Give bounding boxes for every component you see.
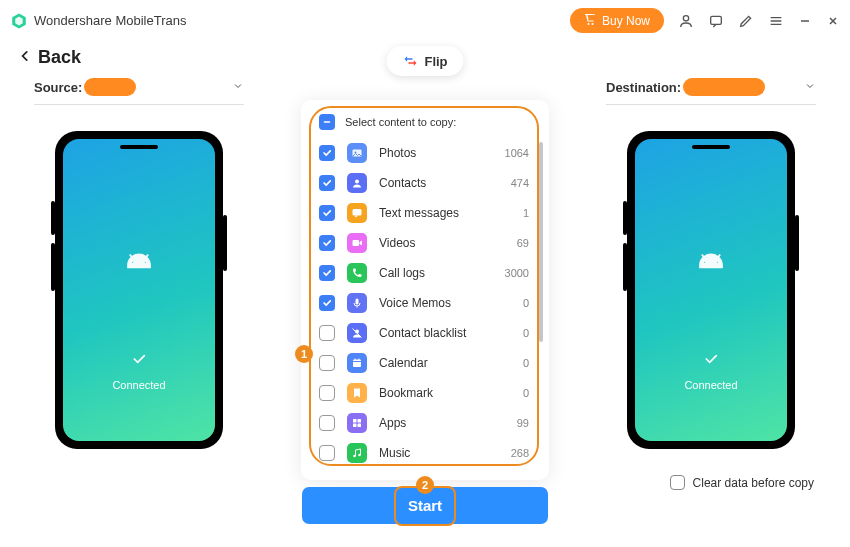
flip-icon: [402, 53, 418, 69]
content-label: Apps: [379, 416, 505, 430]
source-phone-mockup: Connected: [55, 131, 223, 449]
checkbox[interactable]: [319, 295, 335, 311]
check-icon: [131, 351, 147, 371]
content-row-calendar[interactable]: Calendar0: [317, 348, 539, 378]
svg-rect-9: [353, 360, 361, 368]
content-count: 0: [523, 387, 529, 399]
checkbox[interactable]: [319, 415, 335, 431]
main: Flip Source: Connected: [0, 78, 850, 490]
content-label: Text messages: [379, 206, 511, 220]
content-count: 69: [517, 237, 529, 249]
title-right: Buy Now: [570, 8, 840, 33]
content-row-calllogs[interactable]: Call logs3000: [317, 258, 539, 288]
menu-icon[interactable]: [768, 13, 784, 29]
contacts-icon: [347, 173, 367, 193]
source-device-name-redacted: [84, 78, 136, 96]
content-row-bookmark[interactable]: Bookmark0: [317, 378, 539, 408]
select-all-label: Select content to copy:: [345, 116, 456, 128]
videos-icon: [347, 233, 367, 253]
back-label: Back: [38, 47, 81, 68]
checkbox[interactable]: [319, 145, 335, 161]
svg-rect-12: [353, 424, 357, 428]
svg-rect-7: [356, 299, 359, 305]
source-device-selector[interactable]: Source:: [34, 78, 244, 105]
chevron-down-icon: [232, 80, 244, 95]
content-row-music[interactable]: Music268: [317, 438, 539, 468]
check-icon: [703, 351, 719, 371]
svg-rect-10: [353, 419, 357, 423]
checkbox[interactable]: [319, 325, 335, 341]
checkbox[interactable]: [319, 265, 335, 281]
svg-rect-6: [353, 240, 360, 246]
calllogs-icon: [347, 263, 367, 283]
apps-icon: [347, 413, 367, 433]
svg-rect-5: [353, 209, 362, 216]
bookmark-icon: [347, 383, 367, 403]
content-row-contacts[interactable]: Contacts474: [317, 168, 539, 198]
cart-icon: [584, 13, 596, 28]
source-panel: Source: Connected: [22, 78, 256, 480]
content-label: Photos: [379, 146, 493, 160]
android-icon: [689, 249, 733, 293]
content-count: 99: [517, 417, 529, 429]
content-panel: Select content to copy: Photos1064Contac…: [301, 100, 549, 480]
photos-icon: [347, 143, 367, 163]
svg-point-14: [353, 455, 356, 458]
checkbox[interactable]: [319, 445, 335, 461]
content-label: Voice Memos: [379, 296, 511, 310]
content-row-apps[interactable]: Apps99: [317, 408, 539, 438]
app-title: Wondershare MobileTrans: [34, 13, 186, 28]
annotation-badge-2: 2: [416, 476, 434, 494]
destination-connected-label: Connected: [684, 379, 737, 391]
content-label: Contacts: [379, 176, 499, 190]
account-icon[interactable]: [678, 13, 694, 29]
select-all-checkbox[interactable]: [319, 114, 335, 130]
destination-device-selector[interactable]: Destination:: [606, 78, 816, 105]
blacklist-icon: [347, 323, 367, 343]
content-label: Calendar: [379, 356, 511, 370]
content-row-textmessages[interactable]: Text messages1: [317, 198, 539, 228]
checkbox[interactable]: [319, 385, 335, 401]
svg-rect-13: [358, 424, 362, 428]
minimize-button[interactable]: [798, 14, 812, 28]
feedback-icon[interactable]: [708, 13, 724, 29]
svg-point-4: [355, 180, 359, 184]
android-icon: [117, 249, 161, 293]
content-row-videos[interactable]: Videos69: [317, 228, 539, 258]
content-row-voicememos[interactable]: Voice Memos0: [317, 288, 539, 318]
calendar-icon: [347, 353, 367, 373]
content-list: Photos1064Contacts474Text messages1Video…: [317, 138, 539, 468]
checkbox[interactable]: [319, 355, 335, 371]
annotation-badge-1: 1: [295, 345, 313, 363]
content-label: Call logs: [379, 266, 493, 280]
edit-icon[interactable]: [738, 13, 754, 29]
destination-panel: Destination: Connected: [594, 78, 828, 480]
svg-rect-11: [358, 419, 362, 423]
content-count: 3000: [505, 267, 529, 279]
clear-data-checkbox[interactable]: Clear data before copy: [670, 475, 814, 490]
svg-point-0: [683, 15, 688, 20]
flip-label: Flip: [424, 54, 447, 69]
checkbox-icon: [670, 475, 685, 490]
buy-now-label: Buy Now: [602, 14, 650, 28]
select-all-row[interactable]: Select content to copy:: [317, 112, 539, 138]
checkbox[interactable]: [319, 175, 335, 191]
checkbox[interactable]: [319, 205, 335, 221]
source-connected-label: Connected: [112, 379, 165, 391]
scrollbar[interactable]: [539, 142, 543, 342]
content-label: Contact blacklist: [379, 326, 511, 340]
source-label: Source:: [34, 80, 82, 95]
destination-phone-mockup: Connected: [627, 131, 795, 449]
checkbox[interactable]: [319, 235, 335, 251]
flip-button[interactable]: Flip: [386, 46, 463, 76]
content-count: 0: [523, 297, 529, 309]
content-row-photos[interactable]: Photos1064: [317, 138, 539, 168]
content-row-blacklist[interactable]: Contact blacklist0: [317, 318, 539, 348]
content-label: Music: [379, 446, 499, 460]
title-left: Wondershare MobileTrans: [10, 12, 186, 30]
content-label: Bookmark: [379, 386, 511, 400]
buy-now-button[interactable]: Buy Now: [570, 8, 664, 33]
svg-point-15: [358, 454, 361, 457]
clear-data-label: Clear data before copy: [693, 476, 814, 490]
close-button[interactable]: [826, 14, 840, 28]
